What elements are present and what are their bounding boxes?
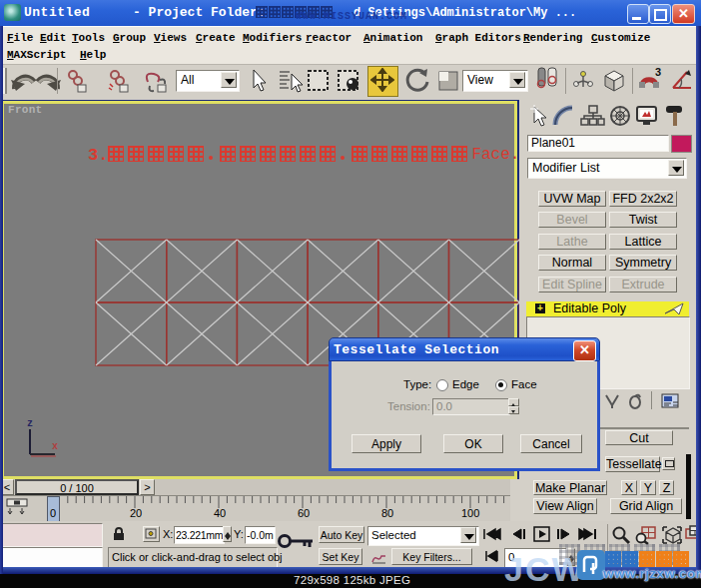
svg-text:z: z — [27, 418, 33, 429]
svg-text:x: x — [52, 441, 58, 452]
